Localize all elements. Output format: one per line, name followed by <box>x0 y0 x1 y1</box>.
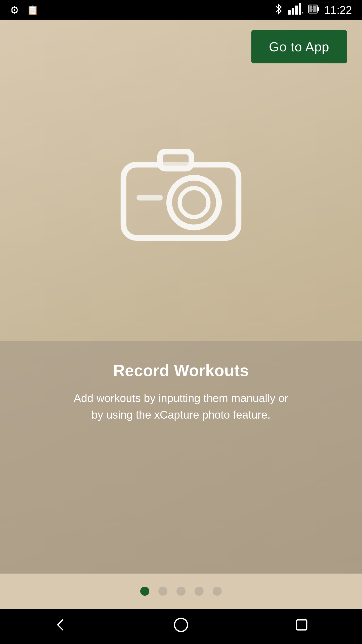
svg-rect-3 <box>299 3 301 15</box>
svg-rect-6 <box>317 7 319 11</box>
status-bar-left-icons: ⚙ 📋 <box>10 4 38 16</box>
settings-icon: ⚙ <box>10 4 19 16</box>
dot-1[interactable] <box>140 587 149 596</box>
svg-rect-1 <box>292 8 294 15</box>
dot-5[interactable] <box>213 587 222 596</box>
main-content: Go to App Record Workouts Add workouts b… <box>0 20 362 574</box>
clipboard-icon: 📋 <box>27 5 38 16</box>
status-bar-right-icons: 4G 11:22 <box>274 3 352 17</box>
bluetooth-icon <box>274 3 283 17</box>
home-circle-icon <box>173 617 189 636</box>
dot-2[interactable] <box>158 587 167 596</box>
camera-section <box>0 20 362 341</box>
recent-apps-icon <box>294 617 309 636</box>
back-icon <box>53 617 68 636</box>
nav-bar <box>0 609 362 644</box>
battery-icon <box>308 3 319 17</box>
back-button[interactable] <box>53 617 68 636</box>
svg-point-16 <box>174 618 188 631</box>
signal-4g-icon: 4G <box>288 3 303 17</box>
svg-text:4G: 4G <box>302 10 303 15</box>
go-to-app-button[interactable]: Go to App <box>251 30 347 63</box>
svg-rect-0 <box>288 10 291 15</box>
text-section: Record Workouts Add workouts by inputtin… <box>0 341 362 574</box>
svg-rect-2 <box>295 6 298 15</box>
section-description: Add workouts by inputting them manually … <box>68 390 294 423</box>
pagination-dots <box>0 574 362 609</box>
svg-rect-15 <box>137 195 163 200</box>
camera-icon <box>116 133 246 244</box>
status-bar: ⚙ 📋 4G <box>0 0 362 20</box>
status-time: 11:22 <box>324 4 352 16</box>
home-button[interactable] <box>173 617 189 636</box>
dot-3[interactable] <box>176 587 186 596</box>
svg-rect-17 <box>297 620 307 630</box>
svg-rect-12 <box>160 151 192 169</box>
recent-apps-button[interactable] <box>294 617 309 636</box>
section-title: Record Workouts <box>113 361 249 380</box>
dot-4[interactable] <box>195 587 204 596</box>
svg-point-14 <box>180 188 208 217</box>
